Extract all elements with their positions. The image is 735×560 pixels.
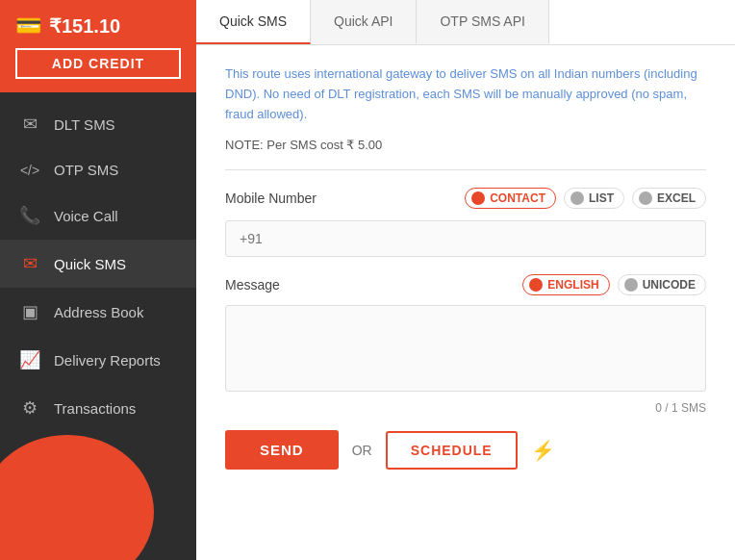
or-label: OR bbox=[352, 443, 372, 458]
toggle-dot-contact bbox=[471, 191, 485, 205]
sidebar-item-dlt-sms[interactable]: ✉ DLT SMS bbox=[0, 100, 196, 148]
toggle-contact-label: CONTACT bbox=[490, 191, 545, 205]
sidebar-item-voice-call[interactable]: 📞 Voice Call bbox=[0, 191, 196, 240]
message-toggle-group: ENGLISH UNICODE bbox=[522, 274, 706, 295]
message-label: Message bbox=[225, 277, 360, 293]
send-button[interactable]: SEND bbox=[225, 430, 339, 470]
tab-quick-sms[interactable]: Quick SMS bbox=[196, 0, 311, 44]
toggle-unicode-label: UNICODE bbox=[643, 278, 696, 292]
main-content: Quick SMS Quick API OTP SMS API This rou… bbox=[196, 0, 735, 560]
toggle-list-label: LIST bbox=[589, 191, 614, 205]
toggle-unicode[interactable]: UNICODE bbox=[618, 274, 706, 295]
delivery-reports-icon: 📈 bbox=[19, 349, 40, 370]
tab-otp-sms-api[interactable]: OTP SMS API bbox=[417, 0, 548, 44]
mobile-number-label: Mobile Number bbox=[225, 191, 360, 206]
flash-icon[interactable]: ⚡ bbox=[531, 439, 555, 462]
toggle-english-label: ENGLISH bbox=[547, 278, 598, 292]
tab-quick-api[interactable]: Quick API bbox=[311, 0, 417, 44]
sidebar-item-label: OTP SMS bbox=[54, 162, 118, 178]
add-credit-button[interactable]: ADD CREDIT bbox=[15, 48, 181, 79]
dlt-sms-icon: ✉ bbox=[19, 114, 40, 135]
sidebar-item-otp-sms[interactable]: </> OTP SMS bbox=[0, 148, 196, 191]
toggle-dot-unicode bbox=[624, 278, 638, 292]
sidebar-item-label: Transactions bbox=[54, 400, 136, 417]
toggle-dot-english bbox=[529, 278, 543, 292]
schedule-button[interactable]: SCHEDULE bbox=[386, 431, 518, 470]
transactions-icon: ⚙ bbox=[19, 397, 40, 419]
sidebar-item-transactions[interactable]: ⚙ Transactions bbox=[0, 384, 196, 432]
sidebar-balance: 💳 ₹151.10 bbox=[15, 13, 120, 38]
wallet-icon: 💳 bbox=[15, 13, 41, 38]
sidebar-item-address-book[interactable]: ▣ Address Book bbox=[0, 288, 196, 336]
tabs: Quick SMS Quick API OTP SMS API bbox=[196, 0, 735, 45]
sidebar-item-label: Voice Call bbox=[54, 208, 118, 224]
note-text: NOTE: Per SMS cost ₹ 5.00 bbox=[225, 138, 706, 152]
content-area: This route uses international gateway to… bbox=[196, 45, 735, 560]
quick-sms-icon: ✉ bbox=[19, 253, 40, 274]
toggle-dot-excel bbox=[639, 191, 652, 205]
action-row: SEND OR SCHEDULE ⚡ bbox=[225, 430, 706, 470]
sidebar-item-label: Delivery Reports bbox=[54, 352, 161, 369]
info-text: This route uses international gateway to… bbox=[225, 64, 706, 124]
voice-call-icon: 📞 bbox=[19, 205, 40, 226]
toggle-excel[interactable]: EXCEL bbox=[632, 188, 706, 209]
divider bbox=[225, 169, 706, 170]
sidebar-item-label: DLT SMS bbox=[54, 116, 115, 133]
otp-sms-icon: </> bbox=[19, 163, 40, 178]
mobile-number-input[interactable] bbox=[225, 220, 706, 257]
toggle-dot-list bbox=[570, 191, 584, 205]
sidebar-item-label: Quick SMS bbox=[54, 256, 126, 272]
toggle-list[interactable]: LIST bbox=[564, 188, 624, 209]
sidebar-header: 💳 ₹151.10 ADD CREDIT bbox=[0, 0, 196, 92]
toggle-english[interactable]: ENGLISH bbox=[522, 274, 609, 295]
sms-count: 0 / 1 SMS bbox=[225, 401, 706, 415]
message-input[interactable] bbox=[225, 305, 706, 392]
sidebar-item-quick-sms[interactable]: ✉ Quick SMS bbox=[0, 240, 196, 288]
toggle-contact[interactable]: CONTACT bbox=[465, 188, 556, 209]
mobile-number-row: Mobile Number CONTACT LIST EXCEL bbox=[225, 188, 706, 209]
mobile-toggle-group: CONTACT LIST EXCEL bbox=[465, 188, 706, 209]
sidebar: 💳 ₹151.10 ADD CREDIT ✉ DLT SMS </> OTP S… bbox=[0, 0, 196, 560]
balance-amount: ₹151.10 bbox=[49, 14, 120, 38]
address-book-icon: ▣ bbox=[19, 301, 40, 322]
sidebar-item-label: Address Book bbox=[54, 304, 143, 320]
sidebar-item-delivery-reports[interactable]: 📈 Delivery Reports bbox=[0, 336, 196, 384]
toggle-excel-label: EXCEL bbox=[657, 191, 696, 205]
message-row: Message ENGLISH UNICODE bbox=[225, 274, 706, 295]
